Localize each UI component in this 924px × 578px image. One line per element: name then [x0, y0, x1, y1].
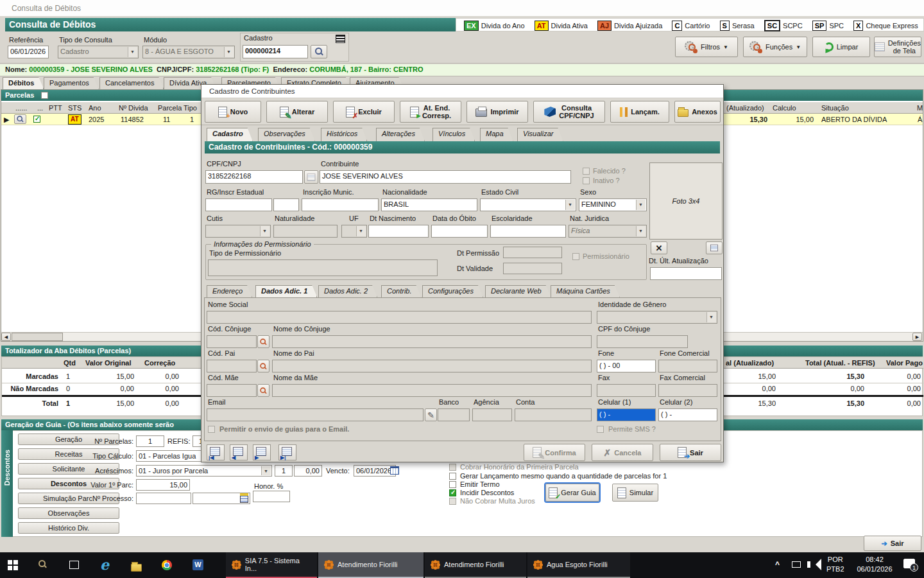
exit-button[interactable]: ➔Sair	[864, 536, 921, 551]
permite-sms-checkbox[interactable]	[597, 426, 604, 433]
cod-conjuge-input[interactable]	[207, 335, 257, 348]
processo-input[interactable]	[136, 493, 191, 504]
tab-configuracoes[interactable]: Configurações	[422, 285, 483, 297]
honor-input[interactable]	[253, 491, 290, 502]
cancela-button[interactable]: ✗Cancela	[592, 444, 653, 461]
filtros-button[interactable]: Filtros▼	[675, 37, 738, 57]
data-obito-input[interactable]	[431, 225, 488, 238]
foto-remove-button[interactable]: ✕	[651, 241, 667, 254]
row-zoom-button[interactable]	[14, 114, 26, 124]
modal-titlebar[interactable]: Cadastro de Contribuintes	[201, 85, 723, 98]
nav-first-button[interactable]: |◀	[207, 444, 225, 460]
clock[interactable]: 08:42 06/01/2026	[851, 555, 898, 574]
novo-button[interactable]: +Novo	[205, 101, 261, 123]
fax-comercial-input[interactable]	[658, 384, 717, 397]
dt-validade-input[interactable]	[503, 263, 562, 274]
cadastro-input[interactable]: 000000214	[243, 45, 308, 58]
nao-cobrar-multa-checkbox[interactable]	[449, 498, 456, 505]
tab-maquina-cartoes[interactable]: Máquina Cartões	[551, 285, 620, 297]
tab-dados-adic-1[interactable]: Dados Adic. 1	[255, 285, 317, 297]
incidir-descontos-checkbox[interactable]	[449, 489, 456, 496]
anexos-button[interactable]: Anexos	[674, 101, 721, 123]
valor-parc-input[interactable]: 15,00	[136, 479, 190, 491]
tab-cancelamentos[interactable]: Cancelamentos	[99, 77, 164, 89]
lancam-button[interactable]: Lançam.	[610, 101, 669, 123]
celular2-input[interactable]: ( ) -	[658, 408, 717, 421]
taskbar-item-agua-esgoto[interactable]: Agua Esgoto Fiorilli	[527, 552, 630, 578]
contribuinte-input[interactable]: JOSE SEVERINO ALVES	[320, 170, 571, 184]
language-indicator[interactable]: POR PTB2	[826, 555, 844, 574]
nav-next-button[interactable]: ▶	[253, 444, 271, 460]
calendar-icon[interactable]	[390, 466, 399, 475]
sidebar-item-observacoes[interactable]: Observações	[18, 507, 119, 519]
tipo-permissionario-input[interactable]	[208, 259, 438, 276]
gerar-lancamento-checkbox[interactable]	[449, 473, 456, 480]
tab-debitos[interactable]: Débitos	[3, 77, 44, 89]
tab-vinculos[interactable]: Vínculos	[432, 128, 475, 141]
start-button[interactable]	[8, 560, 18, 570]
taskbar-item-sia[interactable]: SIA 7.5 - Sistema In...	[226, 552, 317, 578]
excluir-button[interactable]: ✗Excluir	[333, 101, 395, 123]
sexo-select[interactable]: FEMININO	[579, 198, 647, 211]
chrome-icon[interactable]	[162, 560, 172, 570]
estado-civil-select[interactable]	[480, 198, 576, 211]
row-checkbox[interactable]	[33, 116, 40, 123]
tab-dados-adic-2[interactable]: Dados Adic. 2	[318, 285, 377, 297]
escolaridade-input[interactable]	[490, 225, 566, 238]
nome-conjuge-input[interactable]	[272, 335, 592, 348]
sidebar-item-historico[interactable]: Histórico Div.	[18, 522, 119, 534]
rg-input-2[interactable]	[273, 198, 299, 211]
permitir-email-checkbox[interactable]	[208, 426, 215, 433]
identidade-genero-select[interactable]	[597, 311, 717, 324]
tipo-consulta-select[interactable]: Cadastro	[58, 46, 139, 58]
dt-permissao-input[interactable]	[503, 247, 562, 258]
consulta-cpf-button[interactable]: ConsultaCPF/CNPJ	[533, 101, 605, 123]
cod-pai-input[interactable]	[207, 360, 257, 372]
cpf-lookup-button[interactable]	[304, 170, 318, 184]
uf-select[interactable]	[341, 225, 367, 238]
at-end-corresp-button[interactable]: ►At. End.Corresp.	[400, 101, 461, 123]
inativo-checkbox[interactable]	[583, 177, 590, 184]
fax-input[interactable]	[597, 384, 656, 397]
tab-historicos[interactable]: Históricos	[321, 128, 367, 141]
scroll-thumb[interactable]	[12, 333, 63, 341]
tab-visualizar[interactable]: Visualizar	[517, 128, 563, 141]
falecido-checkbox[interactable]	[583, 168, 590, 175]
imprimir-button[interactable]: Imprimir	[466, 101, 528, 123]
tab-observacoes[interactable]: Observações	[258, 128, 315, 141]
cobrar-honorario-checkbox[interactable]	[449, 464, 456, 471]
banco-input[interactable]	[438, 408, 470, 421]
referencia-input[interactable]: 06/01/2026	[8, 46, 49, 58]
permissionario-checkbox[interactable]	[572, 253, 579, 260]
task-view-button[interactable]	[69, 561, 79, 569]
scroll-right-button[interactable]: ▶	[912, 333, 922, 341]
modal-sair-button[interactable]: ➔Sair	[660, 444, 721, 461]
definicoes-tela-button[interactable]: Definiçõesde Tela	[874, 37, 921, 57]
nav-last-button[interactable]: ▶|	[278, 444, 296, 460]
dt-nascimento-input[interactable]	[368, 225, 429, 238]
browser-e-icon[interactable]: e	[100, 556, 109, 573]
dt-atualizacao-input[interactable]	[650, 267, 722, 280]
taskbar-search-button[interactable]	[38, 560, 49, 570]
conta-input[interactable]	[515, 408, 592, 421]
acrescimos-select[interactable]: 01 - Juros por Parcela	[136, 465, 272, 477]
tab-alteracoes[interactable]: Alterações	[376, 128, 425, 141]
tab-endereco[interactable]: Endereço	[207, 285, 252, 297]
notification-icon[interactable]: 1	[903, 559, 915, 568]
foto-save-button[interactable]	[706, 241, 723, 254]
inscricao-input[interactable]	[302, 198, 379, 211]
tab-mapa[interactable]: Mapa	[480, 128, 513, 141]
nat-juridica-select[interactable]: Física	[569, 225, 647, 238]
taskbar-item-atendimento-2[interactable]: Atendimento Fiorilli	[425, 552, 526, 578]
fone-input[interactable]: ( ) - 00	[597, 360, 656, 372]
simular-button[interactable]: Simular	[612, 484, 658, 502]
emitir-termo-checkbox[interactable]	[449, 481, 456, 488]
file-explorer-icon[interactable]	[131, 564, 142, 572]
tab-pagamentos[interactable]: Pagamentos	[44, 77, 99, 89]
tab-cadastro[interactable]: Cadastro	[207, 128, 253, 141]
email-input[interactable]	[207, 408, 424, 421]
nome-pai-input[interactable]	[272, 360, 592, 372]
cpf-conjuge-input[interactable]	[597, 335, 688, 348]
network-icon[interactable]	[792, 561, 801, 568]
confirma-button[interactable]: ✎Confirma	[524, 444, 585, 461]
